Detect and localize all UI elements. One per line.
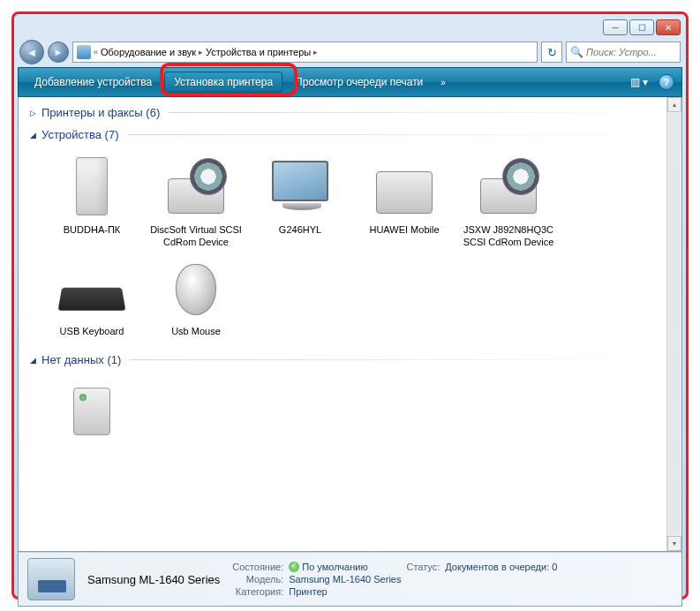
back-button[interactable]: ◄ — [19, 40, 44, 64]
details-title: Samsung ML-1640 Series — [87, 573, 220, 586]
breadcrumb-sep-icon: ▸ — [199, 48, 203, 57]
maximize-button[interactable]: ☐ — [629, 19, 654, 35]
help-button[interactable]: ? — [659, 74, 674, 90]
scroll-down-button[interactable]: ▾ — [667, 536, 681, 551]
device-icon — [476, 154, 541, 219]
close-button[interactable]: ✕ — [656, 19, 681, 35]
device-label: DiscSoft Virtual SCSI CdRom Device — [146, 223, 246, 248]
vertical-scrollbar[interactable]: ▴ ▾ — [666, 97, 681, 551]
device-icon — [59, 154, 124, 219]
device-item[interactable]: Usb Mouse — [146, 255, 246, 337]
device-item[interactable]: DiscSoft Virtual SCSI CdRom Device — [146, 154, 246, 248]
status-label: Статус: — [406, 562, 440, 572]
devices-grid: BUDDHA-ПКDiscSoft Virtual SCSI CdRom Dev… — [27, 145, 658, 348]
location-icon — [77, 45, 91, 59]
expand-icon: ◢ — [27, 356, 38, 365]
content-area: ▷ Принтеры и факсы (6) ◢ Устройства (7) … — [18, 97, 682, 552]
toolbar: Добавление устройства Установка принтера… — [18, 67, 682, 97]
device-label: G246HYL — [279, 223, 321, 236]
forward-button[interactable]: ► — [48, 41, 69, 63]
state-value: По умолчанию — [289, 562, 401, 572]
breadcrumb[interactable]: « Оборудование и звук ▸ Устройства и при… — [72, 41, 538, 63]
model-label: Модель: — [232, 574, 283, 585]
group-title: Устройства (7) — [41, 128, 119, 141]
search-box[interactable]: 🔍 — [566, 41, 681, 63]
model-value: Samsung ML-1640 Series — [289, 574, 401, 585]
device-icon — [59, 379, 124, 444]
navbar: ◄ ► « Оборудование и звук ▸ Устройства и… — [18, 37, 682, 67]
device-item[interactable]: G246HYL — [250, 154, 350, 248]
refresh-button[interactable]: ↻ — [541, 41, 562, 63]
device-icon — [163, 154, 229, 219]
printer-icon — [27, 558, 75, 600]
install-printer-button[interactable]: Установка принтера — [164, 72, 282, 93]
check-icon — [289, 562, 299, 572]
category-value: Принтер — [289, 586, 401, 597]
search-input[interactable] — [586, 47, 676, 57]
device-item[interactable] — [41, 379, 142, 449]
device-label: Usb Mouse — [171, 325, 221, 337]
view-mode-button[interactable]: ▥ ▾ — [630, 76, 648, 88]
toolbar-overflow-icon[interactable]: » — [435, 78, 451, 87]
search-icon: 🔍 — [570, 46, 583, 58]
state-label: Состояние: — [232, 562, 283, 572]
device-label: BUDDHA-ПК — [64, 223, 120, 236]
device-item[interactable]: JSXW J892N8HQ3C SCSI CdRom Device — [458, 154, 559, 248]
add-device-button[interactable]: Добавление устройства — [26, 72, 161, 92]
category-label: Категория: — [232, 586, 283, 597]
group-header-devices[interactable]: ◢ Устройства (7) — [27, 123, 658, 145]
minimize-button[interactable]: ─ — [603, 19, 628, 35]
device-icon — [59, 255, 124, 321]
device-icon — [267, 154, 333, 219]
device-label: JSXW J892N8HQ3C SCSI CdRom Device — [458, 223, 559, 248]
breadcrumb-item[interactable]: Оборудование и звук — [101, 47, 196, 57]
status-value: Документов в очереди: 0 — [445, 562, 557, 572]
device-label: HUAWEI Mobile — [369, 223, 439, 236]
refresh-icon: ↻ — [547, 46, 557, 59]
scroll-thumb[interactable] — [668, 113, 681, 535]
device-label: USB Keyboard — [60, 325, 124, 337]
details-pane: Samsung ML-1640 Series Состояние: По умо… — [18, 552, 682, 607]
device-icon — [372, 154, 437, 219]
scroll-up-button[interactable]: ▴ — [667, 97, 681, 112]
group-title: Нет данных (1) — [41, 353, 121, 366]
device-icon — [163, 255, 229, 321]
device-item[interactable]: USB Keyboard — [41, 255, 142, 337]
group-title: Принтеры и факсы (6) — [41, 106, 160, 119]
breadcrumb-item[interactable]: Устройства и принтеры — [206, 47, 311, 57]
breadcrumb-sep-icon: ▸ — [313, 48, 318, 57]
group-header-printers[interactable]: ▷ Принтеры и факсы (6) — [27, 101, 658, 123]
collapse-icon: ▷ — [27, 109, 38, 117]
view-print-queue-button[interactable]: Просмотр очереди печати — [286, 72, 432, 92]
device-item[interactable]: BUDDHA-ПК — [41, 154, 142, 248]
breadcrumb-history-drop[interactable]: « — [94, 48, 98, 57]
group-header-nodata[interactable]: ◢ Нет данных (1) — [27, 348, 658, 370]
device-item[interactable]: HUAWEI Mobile — [354, 154, 455, 248]
nodata-grid — [27, 370, 658, 459]
expand-icon: ◢ — [27, 131, 38, 140]
titlebar: ─ ☐ ✕ — [18, 18, 682, 37]
